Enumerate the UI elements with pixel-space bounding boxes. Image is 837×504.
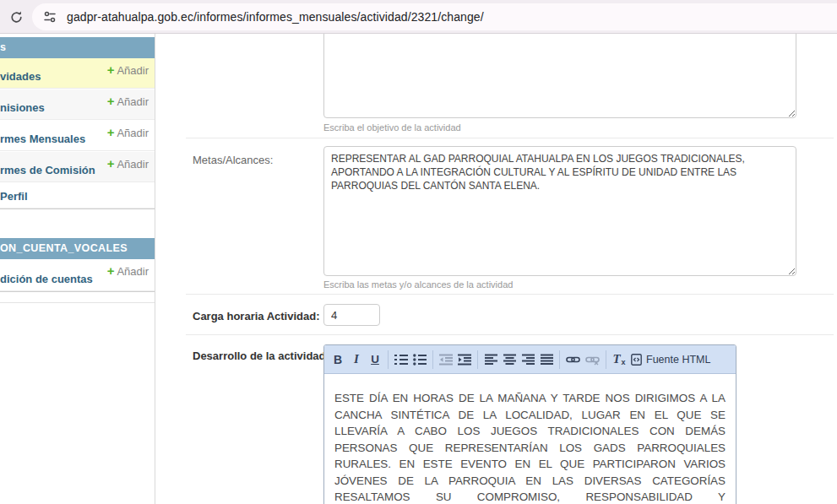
module-divider — [0, 209, 155, 209]
form-row-divider — [186, 334, 834, 335]
module-divider — [0, 291, 155, 292]
plus-icon: + — [107, 263, 115, 278]
desarrollo-label: Desarrollo de la actividad: — [193, 350, 329, 362]
align-right-button[interactable] — [519, 350, 537, 370]
toolbar-separator — [606, 350, 606, 369]
bold-button[interactable]: B — [329, 350, 347, 370]
metas-textarea[interactable]: REPRESENTAR AL GAD PARROQUIAL ATAHUALPA … — [323, 146, 796, 276]
rich-text-editor: B I U — [323, 344, 736, 504]
sidebar-section-header-rendicion: ON_CUENTA_VOCALES — [0, 238, 155, 259]
site-settings-icon[interactable] — [43, 10, 57, 24]
add-actividad-link[interactable]: +Añadir — [107, 62, 149, 77]
toolbar-separator — [432, 350, 433, 369]
plus-icon: + — [107, 125, 115, 139]
source-icon — [631, 354, 642, 366]
desarrollo-editor-content[interactable]: ESTE DÍA EN HORAS DE LA MAÑANA Y TARDE N… — [324, 374, 736, 504]
link-button[interactable] — [563, 350, 583, 370]
toolbar-separator — [559, 350, 560, 369]
italic-button[interactable]: I — [347, 350, 366, 370]
add-comision-link[interactable]: +Añadir — [107, 94, 149, 108]
align-center-button[interactable] — [500, 350, 519, 370]
metas-help: Escriba las metas y/o alcances de la act… — [323, 279, 513, 290]
form-row-divider — [186, 138, 834, 138]
form-row-divider — [186, 294, 834, 295]
change-form: Escriba el objetivo de la actividad Meta… — [155, 34, 837, 504]
add-informe-comision-link[interactable]: +Añadir — [107, 156, 149, 171]
sidebar-item-comisiones[interactable]: +Añadir nisiones — [0, 89, 155, 120]
url-bar[interactable]: gadpr-atahualpa.gob.ec/informes/informes… — [32, 3, 837, 30]
justify-button[interactable] — [537, 350, 556, 370]
toolbar-separator — [477, 350, 478, 369]
browser-toolbar: gadpr-atahualpa.gob.ec/informes/informes… — [0, 0, 837, 34]
align-left-button[interactable] — [481, 350, 500, 370]
carga-horaria-label: Carga horaria Actividad: — [193, 310, 320, 322]
sidebar-item-perfil[interactable]: Perfil — [0, 183, 155, 209]
plus-icon: + — [107, 62, 115, 77]
sidebar-item-rendicion-de-cuentas[interactable]: +Añadir dición de cuentas — [0, 259, 155, 291]
carga-horaria-input[interactable] — [323, 304, 380, 326]
source-button[interactable]: Fuente HTML — [628, 350, 713, 370]
increase-indent-button[interactable] — [455, 350, 474, 370]
plus-icon: + — [107, 94, 115, 108]
reload-icon[interactable] — [7, 8, 25, 26]
sidebar-divider — [0, 302, 155, 303]
editor-toolbar: B I U — [324, 345, 736, 374]
objetivo-help: Escriba el objetivo de la actividad — [323, 122, 461, 133]
admin-page: s +Añadir vidades +Añadir nisiones +Añad… — [0, 34, 837, 504]
toolbar-separator — [388, 350, 389, 369]
sidebar-item-informes-de-comision[interactable]: +Añadir rmes de Comisión — [0, 152, 155, 182]
metas-label: Metas/Alcances: — [193, 154, 273, 166]
plus-icon: + — [107, 156, 115, 171]
sidebar-item-actividades[interactable]: +Añadir vidades — [0, 58, 155, 89]
bulleted-list-button[interactable] — [410, 350, 429, 370]
underline-button[interactable]: U — [366, 350, 384, 370]
sidebar-section-header-informes: s — [0, 37, 155, 58]
sidebar: s +Añadir vidades +Añadir nisiones +Añad… — [0, 34, 155, 504]
remove-format-button[interactable]: Tx — [610, 350, 628, 370]
sidebar-item-informes-mensuales[interactable]: +Añadir rmes Mensuales — [0, 121, 155, 151]
decrease-indent-button[interactable] — [437, 350, 455, 370]
add-informe-mensual-link[interactable]: +Añadir — [107, 125, 149, 139]
objetivo-textarea[interactable] — [323, 34, 796, 118]
numbered-list-button[interactable] — [392, 350, 410, 370]
unlink-button[interactable] — [583, 350, 602, 370]
url-text: gadpr-atahualpa.gob.ec/informes/informes… — [67, 10, 484, 24]
add-rendicion-link[interactable]: +Añadir — [107, 263, 149, 278]
